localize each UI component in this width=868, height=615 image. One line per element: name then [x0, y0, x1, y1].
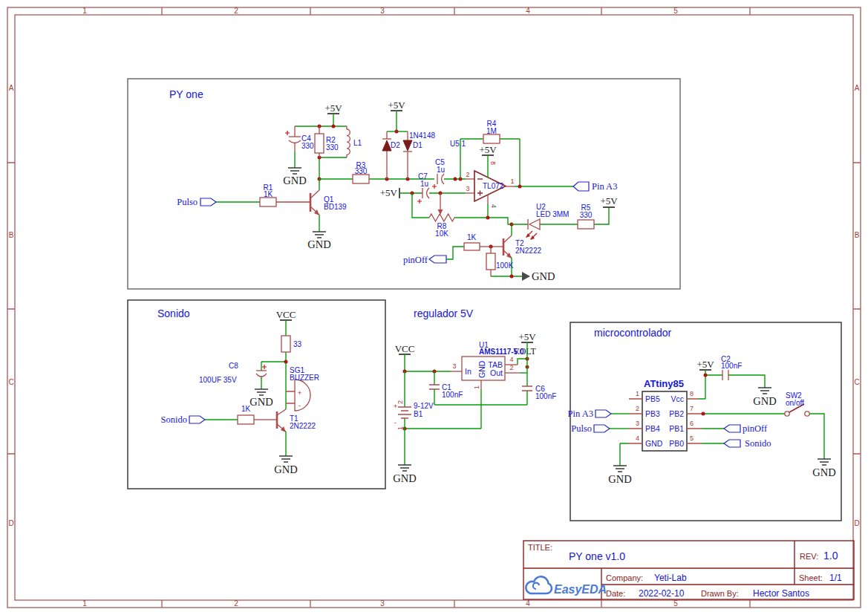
battery-b1[interactable]: + - 2 1 9-12V B1: [394, 371, 434, 465]
wire[interactable]: [728, 375, 765, 388]
gnd-symbol[interactable]: GND: [249, 377, 273, 408]
pin-number: 4: [636, 435, 639, 442]
mcu-attiny85[interactable]: ATtiny85 1 2 3 4 PB5 PB3 PB4 GND 8 7 6 5…: [629, 378, 702, 451]
power-flag-vcc[interactable]: VCC: [276, 309, 296, 336]
gnd-label: GND: [249, 396, 273, 408]
u5-ref: U5.1: [450, 140, 466, 148]
sg1-val: BUZZER: [290, 374, 319, 382]
capacitor-c5[interactable]: C5 1u: [432, 158, 445, 189]
wire[interactable]: [698, 370, 722, 399]
capacitor-c2[interactable]: C2 100nF: [721, 355, 742, 380]
power-flag-5v[interactable]: +5V: [696, 359, 714, 370]
buzzer-sg1[interactable]: + - SG1 BUZZER: [286, 366, 319, 411]
gnd-symbol[interactable]: GND: [393, 465, 416, 484]
resistor-1k-t2[interactable]: 1K: [464, 233, 480, 250]
q1-val: BD139: [324, 203, 347, 211]
c7-val: 1u: [420, 180, 428, 188]
block-sonido: Sonido VCC 33 C8 100UF 35V GND + -: [128, 300, 385, 489]
resistor-r4[interactable]: R4 1M: [483, 120, 500, 143]
led-u2[interactable]: U2 LED 3MM: [526, 203, 569, 240]
regulator-u1[interactable]: In GND TAB Out U1 VOLT AMS1117-5.0: [462, 341, 537, 380]
gnd-symbol[interactable]: GND: [812, 459, 835, 478]
sonido-box[interactable]: [128, 300, 385, 489]
capacitor-c6[interactable]: C6 100nF: [522, 385, 556, 405]
transistor-q1[interactable]: Q1 BD139: [310, 179, 347, 232]
capacitor-c4[interactable]: C4 330: [285, 126, 314, 152]
u1-pin3-number: 3: [452, 362, 456, 370]
c6-val: 100nF: [535, 392, 556, 400]
gnd-label: GND: [274, 463, 297, 475]
c8-val: 100UF 35V: [199, 376, 237, 384]
gnd-arrow-symbol[interactable]: GND: [522, 270, 555, 282]
power-flag-5v[interactable]: +5V: [600, 195, 618, 207]
power-flag-5v-side[interactable]: +5V: [380, 187, 399, 198]
frame-row-label: C: [8, 378, 13, 386]
gnd-symbol[interactable]: GND: [283, 152, 306, 186]
d1-ref: D1: [413, 141, 422, 149]
pin-a3-label: Pin A3: [592, 181, 617, 192]
netflag-sonido[interactable]: Sonido: [161, 414, 205, 425]
opamp-pin2-number: 2: [466, 171, 469, 178]
netflag-pinoff[interactable]: pinOff: [724, 423, 768, 434]
resistor-33[interactable]: 33: [281, 336, 302, 352]
switch-sw2[interactable]: SW2 on/off: [785, 391, 809, 416]
c4-val: 330: [301, 142, 314, 150]
arrow-down-icon: [438, 209, 443, 215]
polarity-plus-icon: [262, 365, 267, 369]
title-block: TITLE: PY one v1.0 REV: 1.0 EasyEDA Comp…: [523, 541, 854, 599]
mcu-part: ATtiny85: [644, 378, 684, 389]
netflag-pinoff[interactable]: pinOff: [403, 255, 446, 265]
wire[interactable]: [809, 414, 824, 459]
wire[interactable]: [446, 247, 464, 259]
resistor-r2[interactable]: R2 330: [315, 126, 339, 157]
sheet-title: PY one v1.0: [569, 550, 625, 562]
gnd-symbol[interactable]: GND: [307, 232, 330, 250]
rev-label: REV:: [800, 552, 818, 561]
wire[interactable]: [702, 429, 724, 443]
pin-a3-label: Pin A3: [568, 409, 593, 419]
resistor-r1[interactable]: R1 1K: [260, 183, 276, 206]
power-flag-vcc[interactable]: VCC: [395, 343, 415, 371]
block-regulador: regulador 5V VCC 3 In GND TAB Out U1 VOL…: [393, 308, 556, 484]
frame-row-label: B: [855, 231, 860, 239]
gnd-symbol[interactable]: GND: [274, 456, 297, 475]
c8-ref: C8: [229, 362, 238, 370]
capacitor-c1[interactable]: C1 100nF: [429, 371, 463, 405]
resistor-r3[interactable]: R3 330: [353, 161, 369, 183]
gnd-symbol[interactable]: GND: [753, 388, 776, 407]
transistor-t1[interactable]: T1 2N2222: [277, 409, 316, 456]
p5v-label: +5V: [324, 102, 342, 114]
netflag-pulso[interactable]: Pulso: [177, 197, 216, 207]
frame-col-label: 5: [673, 599, 678, 608]
micro-title: microcontrolador: [594, 327, 672, 339]
capacitor-c7[interactable]: C7 1u: [417, 172, 429, 204]
buzzer-minus: -: [298, 402, 301, 409]
polarity-plus-icon: [417, 199, 422, 204]
resistor-r5[interactable]: R5 330: [578, 204, 594, 229]
micro-box[interactable]: [570, 322, 841, 521]
inductor-l1[interactable]: L1: [347, 126, 362, 157]
netflag-pulso[interactable]: Pulso: [571, 423, 610, 434]
netflag-pin-a3[interactable]: Pin A3: [568, 409, 611, 419]
pin-name: PB1: [669, 424, 684, 433]
r33-val: 33: [293, 340, 302, 348]
resistor-r8[interactable]: R8 10K: [429, 214, 454, 238]
power-flag-5v[interactable]: +5V: [388, 100, 405, 131]
gnd-symbol[interactable]: GND: [608, 466, 631, 485]
gnd-label: GND: [393, 472, 416, 484]
sonido-label: Sonido: [161, 414, 187, 425]
netflag-sonido[interactable]: Sonido: [724, 438, 771, 449]
power-flag-5v[interactable]: +5V: [324, 102, 342, 126]
capacitor-c8[interactable]: C8 100UF 35V: [199, 362, 267, 384]
netflag-pin-a3[interactable]: Pin A3: [573, 181, 617, 192]
diode-part-label: 1N4148: [409, 131, 435, 140]
wire[interactable]: [620, 443, 629, 466]
gnd-label: GND: [608, 473, 631, 485]
opamp-u5[interactable]: TL072 U5.1: [450, 140, 506, 201]
frame-row-label: B: [9, 231, 14, 239]
diode-d2[interactable]: D2: [382, 131, 400, 179]
b1-pin1-number: 1: [397, 426, 404, 430]
resistor-100k[interactable]: 100K: [486, 247, 514, 276]
frame-row-label: D: [854, 519, 859, 527]
gnd-label: GND: [283, 175, 306, 186]
